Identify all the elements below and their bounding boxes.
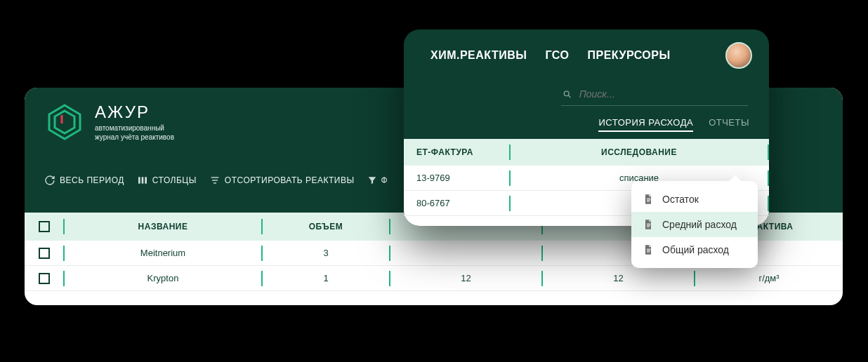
svg-rect-5: [145, 177, 147, 183]
menu-item-label: Общий расход: [662, 244, 729, 255]
columns-icon: [137, 175, 148, 186]
report-total[interactable]: Общий расход: [631, 237, 758, 262]
svg-rect-15: [647, 225, 650, 226]
nav-tab-reagents[interactable]: ХИМ.РЕАКТИВЫ: [430, 49, 527, 62]
row-checkbox[interactable]: [39, 248, 50, 259]
search-bar[interactable]: [561, 86, 748, 106]
svg-rect-18: [647, 250, 650, 251]
nav-tab-gso[interactable]: ГСО: [546, 49, 570, 62]
refresh-icon: [44, 175, 55, 186]
svg-rect-19: [647, 252, 650, 253]
svg-marker-1: [55, 111, 74, 133]
cell-volume: 3: [263, 248, 389, 258]
document-icon: [643, 244, 654, 255]
columns-button[interactable]: СТОЛБЦЫ: [137, 175, 197, 186]
reports-dropdown: Остаток Средний расход Общий расход: [631, 181, 758, 268]
history-table-header: ЕТ-ФАКТУРА ИССЛЕДОВАНИЕ: [404, 139, 769, 166]
search-input[interactable]: [579, 88, 747, 100]
menu-item-label: Средний расход: [662, 219, 737, 230]
detail-panel: ХИМ.РЕАКТИВЫ ГСО ПРЕКУРСОРЫ ИСТОРИЯ РАСХ…: [404, 29, 769, 226]
subnav-history[interactable]: ИСТОРИЯ РАСХОДА: [598, 117, 693, 132]
cell-name: Krypton: [65, 273, 261, 283]
svg-rect-3: [138, 177, 140, 183]
svg-rect-14: [647, 224, 650, 224]
row-checkbox[interactable]: [39, 273, 50, 284]
svg-rect-11: [647, 199, 650, 199]
svg-rect-12: [647, 200, 650, 201]
document-icon: [643, 194, 654, 205]
header-checkbox-cell: [25, 221, 63, 232]
sort-button[interactable]: ОТСОРТИРОВАТЬ РЕАКТИВЫ: [209, 175, 355, 186]
cell-volume: 1: [263, 273, 389, 283]
sub-nav: ИСТОРИЯ РАСХОДА ОТЧЕТЫ: [421, 117, 752, 139]
sort-icon: [209, 175, 221, 186]
funnel-icon: [367, 175, 377, 185]
table-row[interactable]: Krypton 1 12 12 г/дм³: [25, 266, 843, 291]
filter-button[interactable]: Ф: [367, 175, 388, 185]
svg-point-9: [564, 90, 569, 95]
report-average[interactable]: Средний расход: [631, 212, 758, 237]
report-remainder[interactable]: Остаток: [631, 187, 758, 212]
cell-unit: г/дм³: [695, 273, 843, 283]
document-icon: [643, 219, 654, 230]
column-header-invoice[interactable]: ЕТ-ФАКТУРА: [404, 147, 509, 157]
period-filter-button[interactable]: ВЕСЬ ПЕРИОД: [44, 175, 124, 186]
cell-invoice: 13-9769: [404, 173, 509, 183]
svg-rect-16: [647, 227, 650, 227]
search-icon: [563, 89, 572, 100]
column-header-name[interactable]: НАЗВАНИЕ: [65, 222, 261, 232]
nav-tab-precursors[interactable]: ПРЕКУРСОРЫ: [587, 49, 670, 62]
svg-line-10: [569, 95, 571, 98]
brand-subtitle: автоматизированный журнал учёта реактиво…: [95, 123, 174, 142]
svg-rect-17: [647, 249, 650, 250]
column-header-volume[interactable]: ОБЪЕМ: [263, 222, 389, 232]
cell-name: Meitnerium: [65, 248, 261, 258]
svg-rect-4: [142, 177, 144, 183]
logo-hexagon-icon: [44, 102, 85, 142]
brand-title: АЖУР: [95, 102, 174, 122]
avatar[interactable]: [725, 42, 752, 69]
select-all-checkbox[interactable]: [39, 221, 50, 232]
menu-item-label: Остаток: [662, 194, 699, 205]
cell-invoice: 80-6767: [404, 198, 509, 208]
top-nav: ХИМ.РЕАКТИВЫ ГСО ПРЕКУРСОРЫ: [421, 42, 752, 69]
svg-rect-13: [647, 201, 650, 202]
column-header-research[interactable]: ИССЛЕДОВАНИЕ: [511, 147, 768, 157]
subnav-reports[interactable]: ОТЧЕТЫ: [709, 117, 749, 132]
